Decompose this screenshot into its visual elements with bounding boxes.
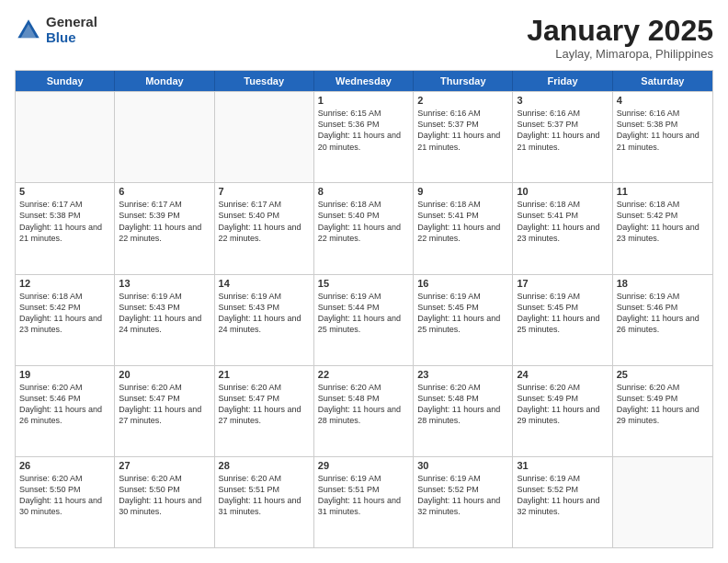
calendar-cell-empty xyxy=(115,92,214,182)
day-info: Sunrise: 6:20 AM Sunset: 5:47 PM Dayligh… xyxy=(119,382,210,427)
day-info: Sunrise: 6:20 AM Sunset: 5:48 PM Dayligh… xyxy=(318,382,409,427)
day-info: Sunrise: 6:16 AM Sunset: 5:37 PM Dayligh… xyxy=(417,108,508,153)
calendar-cell-day-22: 22Sunrise: 6:20 AM Sunset: 5:48 PM Dayli… xyxy=(314,366,414,456)
logo-icon xyxy=(15,17,42,44)
weekday-header-saturday: Saturday xyxy=(613,71,712,91)
calendar-header: SundayMondayTuesdayWednesdayThursdayFrid… xyxy=(16,71,712,91)
calendar-cell-day-15: 15Sunrise: 6:19 AM Sunset: 5:44 PM Dayli… xyxy=(314,275,414,365)
day-info: Sunrise: 6:17 AM Sunset: 5:40 PM Dayligh… xyxy=(219,199,310,244)
calendar-cell-day-30: 30Sunrise: 6:19 AM Sunset: 5:52 PM Dayli… xyxy=(414,457,513,547)
calendar-cell-empty xyxy=(215,92,314,182)
day-number: 5 xyxy=(19,186,110,197)
day-number: 8 xyxy=(318,186,409,197)
calendar-cell-day-8: 8Sunrise: 6:18 AM Sunset: 5:40 PM Daylig… xyxy=(314,183,414,273)
calendar-cell-day-28: 28Sunrise: 6:20 AM Sunset: 5:51 PM Dayli… xyxy=(215,457,314,547)
logo-blue-text: Blue xyxy=(46,30,97,46)
day-number: 10 xyxy=(517,186,608,197)
day-info: Sunrise: 6:19 AM Sunset: 5:51 PM Dayligh… xyxy=(318,473,409,518)
calendar-cell-day-24: 24Sunrise: 6:20 AM Sunset: 5:49 PM Dayli… xyxy=(513,366,612,456)
calendar-row-2: 12Sunrise: 6:18 AM Sunset: 5:42 PM Dayli… xyxy=(16,274,712,365)
calendar-cell-day-25: 25Sunrise: 6:20 AM Sunset: 5:49 PM Dayli… xyxy=(613,366,712,456)
day-info: Sunrise: 6:19 AM Sunset: 5:52 PM Dayligh… xyxy=(417,473,508,518)
day-number: 14 xyxy=(219,278,310,289)
day-number: 7 xyxy=(219,186,310,197)
calendar-cell-day-1: 1Sunrise: 6:15 AM Sunset: 5:36 PM Daylig… xyxy=(314,92,414,182)
calendar-cell-day-27: 27Sunrise: 6:20 AM Sunset: 5:50 PM Dayli… xyxy=(115,457,214,547)
calendar: SundayMondayTuesdayWednesdayThursdayFrid… xyxy=(15,70,713,548)
day-info: Sunrise: 6:17 AM Sunset: 5:38 PM Dayligh… xyxy=(19,199,110,244)
weekday-header-monday: Monday xyxy=(115,71,214,91)
day-info: Sunrise: 6:15 AM Sunset: 5:36 PM Dayligh… xyxy=(318,108,409,153)
calendar-cell-day-5: 5Sunrise: 6:17 AM Sunset: 5:38 PM Daylig… xyxy=(16,183,115,273)
day-info: Sunrise: 6:19 AM Sunset: 5:43 PM Dayligh… xyxy=(219,291,310,336)
day-number: 1 xyxy=(318,95,409,106)
day-info: Sunrise: 6:20 AM Sunset: 5:50 PM Dayligh… xyxy=(19,473,110,518)
day-info: Sunrise: 6:18 AM Sunset: 5:42 PM Dayligh… xyxy=(617,199,709,244)
day-number: 26 xyxy=(19,460,110,471)
calendar-cell-day-31: 31Sunrise: 6:19 AM Sunset: 5:52 PM Dayli… xyxy=(513,457,612,547)
day-info: Sunrise: 6:19 AM Sunset: 5:45 PM Dayligh… xyxy=(517,291,608,336)
day-number: 9 xyxy=(417,186,508,197)
calendar-row-0: 1Sunrise: 6:15 AM Sunset: 5:36 PM Daylig… xyxy=(16,91,712,182)
day-info: Sunrise: 6:19 AM Sunset: 5:44 PM Dayligh… xyxy=(318,291,409,336)
day-number: 17 xyxy=(517,278,608,289)
day-number: 18 xyxy=(617,278,709,289)
calendar-cell-empty xyxy=(613,457,712,547)
day-number: 13 xyxy=(119,278,210,289)
day-number: 22 xyxy=(318,369,409,380)
calendar-cell-day-10: 10Sunrise: 6:18 AM Sunset: 5:41 PM Dayli… xyxy=(513,183,612,273)
calendar-cell-day-12: 12Sunrise: 6:18 AM Sunset: 5:42 PM Dayli… xyxy=(16,275,115,365)
day-info: Sunrise: 6:16 AM Sunset: 5:37 PM Dayligh… xyxy=(517,108,608,153)
calendar-row-1: 5Sunrise: 6:17 AM Sunset: 5:38 PM Daylig… xyxy=(16,182,712,273)
calendar-cell-day-21: 21Sunrise: 6:20 AM Sunset: 5:47 PM Dayli… xyxy=(215,366,314,456)
day-info: Sunrise: 6:18 AM Sunset: 5:41 PM Dayligh… xyxy=(417,199,508,244)
day-info: Sunrise: 6:18 AM Sunset: 5:41 PM Dayligh… xyxy=(517,199,608,244)
day-info: Sunrise: 6:17 AM Sunset: 5:39 PM Dayligh… xyxy=(119,199,210,244)
weekday-header-friday: Friday xyxy=(513,71,612,91)
day-number: 24 xyxy=(517,369,608,380)
day-number: 3 xyxy=(517,95,608,106)
day-number: 6 xyxy=(119,186,210,197)
logo-general-text: General xyxy=(46,15,97,30)
day-info: Sunrise: 6:18 AM Sunset: 5:40 PM Dayligh… xyxy=(318,199,409,244)
header: General Blue January 2025 Laylay, Mimaro… xyxy=(15,15,713,61)
calendar-cell-day-19: 19Sunrise: 6:20 AM Sunset: 5:46 PM Dayli… xyxy=(16,366,115,456)
day-info: Sunrise: 6:20 AM Sunset: 5:51 PM Dayligh… xyxy=(219,473,310,518)
calendar-cell-empty xyxy=(16,92,115,182)
calendar-cell-day-20: 20Sunrise: 6:20 AM Sunset: 5:47 PM Dayli… xyxy=(115,366,214,456)
month-title: January 2025 xyxy=(527,15,713,47)
day-info: Sunrise: 6:19 AM Sunset: 5:46 PM Dayligh… xyxy=(617,291,709,336)
day-info: Sunrise: 6:20 AM Sunset: 5:50 PM Dayligh… xyxy=(119,473,210,518)
calendar-cell-day-11: 11Sunrise: 6:18 AM Sunset: 5:42 PM Dayli… xyxy=(613,183,712,273)
day-info: Sunrise: 6:20 AM Sunset: 5:49 PM Dayligh… xyxy=(517,382,608,427)
day-number: 4 xyxy=(617,95,709,106)
day-number: 25 xyxy=(617,369,709,380)
day-info: Sunrise: 6:19 AM Sunset: 5:45 PM Dayligh… xyxy=(417,291,508,336)
day-number: 21 xyxy=(219,369,310,380)
calendar-row-4: 26Sunrise: 6:20 AM Sunset: 5:50 PM Dayli… xyxy=(16,456,712,547)
day-number: 29 xyxy=(318,460,409,471)
calendar-cell-day-7: 7Sunrise: 6:17 AM Sunset: 5:40 PM Daylig… xyxy=(215,183,314,273)
calendar-cell-day-9: 9Sunrise: 6:18 AM Sunset: 5:41 PM Daylig… xyxy=(414,183,513,273)
calendar-cell-day-6: 6Sunrise: 6:17 AM Sunset: 5:39 PM Daylig… xyxy=(115,183,214,273)
day-info: Sunrise: 6:16 AM Sunset: 5:38 PM Dayligh… xyxy=(617,108,709,153)
day-number: 23 xyxy=(417,369,508,380)
day-number: 12 xyxy=(19,278,110,289)
day-number: 27 xyxy=(119,460,210,471)
day-number: 15 xyxy=(318,278,409,289)
calendar-row-3: 19Sunrise: 6:20 AM Sunset: 5:46 PM Dayli… xyxy=(16,365,712,456)
calendar-cell-day-3: 3Sunrise: 6:16 AM Sunset: 5:37 PM Daylig… xyxy=(513,92,612,182)
weekday-header-tuesday: Tuesday xyxy=(215,71,314,91)
calendar-cell-day-18: 18Sunrise: 6:19 AM Sunset: 5:46 PM Dayli… xyxy=(613,275,712,365)
day-info: Sunrise: 6:20 AM Sunset: 5:47 PM Dayligh… xyxy=(219,382,310,427)
weekday-header-wednesday: Wednesday xyxy=(314,71,414,91)
calendar-cell-day-13: 13Sunrise: 6:19 AM Sunset: 5:43 PM Dayli… xyxy=(115,275,214,365)
calendar-cell-day-17: 17Sunrise: 6:19 AM Sunset: 5:45 PM Dayli… xyxy=(513,275,612,365)
calendar-cell-day-23: 23Sunrise: 6:20 AM Sunset: 5:48 PM Dayli… xyxy=(414,366,513,456)
calendar-cell-day-16: 16Sunrise: 6:19 AM Sunset: 5:45 PM Dayli… xyxy=(414,275,513,365)
day-number: 19 xyxy=(19,369,110,380)
location-subtitle: Laylay, Mimaropa, Philippines xyxy=(527,47,713,61)
calendar-cell-day-14: 14Sunrise: 6:19 AM Sunset: 5:43 PM Dayli… xyxy=(215,275,314,365)
calendar-body: 1Sunrise: 6:15 AM Sunset: 5:36 PM Daylig… xyxy=(16,91,712,547)
weekday-header-thursday: Thursday xyxy=(414,71,513,91)
